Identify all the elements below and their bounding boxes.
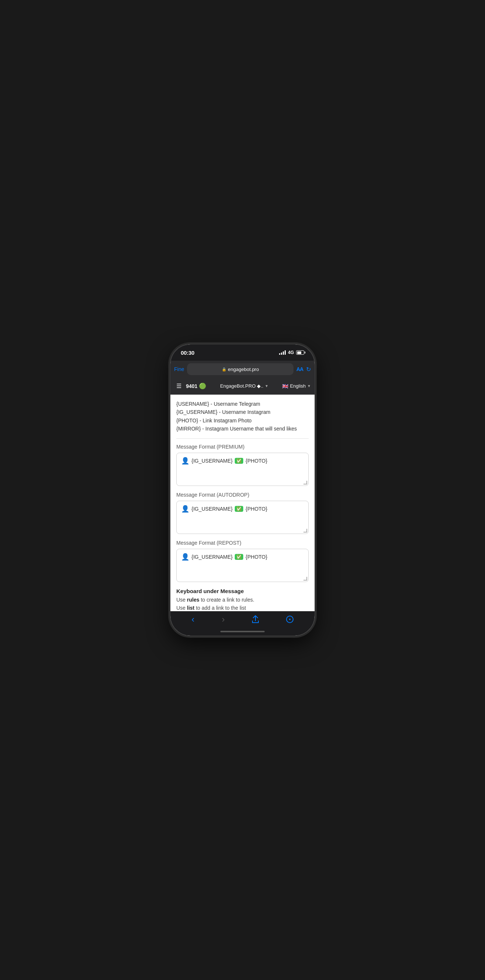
repost-checkmark-tag: ✅ (235, 554, 243, 560)
var-ig-username: {IG_USERNAME} - Username Instagram (176, 408, 309, 416)
person-icon-premium: 👤 (181, 457, 189, 465)
svg-point-1 (289, 619, 290, 620)
content-area: {USERNAME} - Username Telegram {IG_USERN… (171, 395, 314, 611)
premium-photo-tag: {PHOTO} (246, 458, 267, 464)
browser-url: engagebot.pro (228, 367, 259, 372)
battery (296, 350, 304, 355)
autodrop-label: Message Format (AUTODROP) (176, 492, 309, 498)
share-button[interactable] (248, 613, 263, 625)
brand-text: EngageBot.PRO ◆.. (220, 383, 263, 389)
person-icon-autodrop: 👤 (181, 505, 189, 513)
nav-coins: 9401 🟢 (186, 382, 206, 390)
premium-textarea-inner: 👤 {IG_USERNAME} ✅ {PHOTO} (181, 457, 267, 465)
flag-icon: 🇬🇧 (282, 383, 288, 389)
premium-ig-username-tag: {IG_USERNAME} (191, 458, 233, 464)
notch (220, 344, 265, 355)
section-divider (176, 438, 309, 439)
message-format-autodrop-section: Message Format (AUTODROP) 👤 {IG_USERNAME… (176, 492, 309, 534)
repost-ig-username-tag: {IG_USERNAME} (191, 554, 233, 560)
network-badge: 4G (288, 350, 294, 355)
autodrop-checkmark-tag: ✅ (235, 506, 243, 512)
list-bold: list (187, 605, 195, 611)
phone-screen: 00:30 4G Fine 🔒 engagebot.pro (171, 344, 314, 636)
lock-icon: 🔒 (222, 368, 226, 371)
autodrop-textarea[interactable]: 👤 {IG_USERNAME} ✅ {PHOTO} (176, 501, 309, 534)
repost-resize-handle[interactable] (303, 577, 307, 581)
status-time: 00:30 (181, 350, 195, 356)
repost-textarea[interactable]: 👤 {IG_USERNAME} ✅ {PHOTO} (176, 549, 309, 582)
signal-bar-1 (279, 353, 280, 355)
autodrop-resize-handle[interactable] (303, 529, 307, 533)
person-icon-repost: 👤 (181, 553, 189, 561)
signal-bar-4 (285, 350, 286, 355)
repost-textarea-inner: 👤 {IG_USERNAME} ✅ {PHOTO} (181, 553, 267, 561)
hamburger-menu-button[interactable]: ☰ (174, 381, 184, 391)
status-right: 4G (279, 350, 304, 355)
var-mirror: {MIRROR} - Instagram Username that will … (176, 425, 309, 433)
autodrop-textarea-inner: 👤 {IG_USERNAME} ✅ {PHOTO} (181, 505, 267, 513)
autodrop-ig-username-tag: {IG_USERNAME} (191, 506, 233, 512)
home-indicator (171, 627, 314, 636)
browser-bar: Fine 🔒 engagebot.pro AA ↻ (171, 361, 314, 378)
coin-icon: 🟢 (199, 382, 206, 390)
home-bar (220, 631, 265, 632)
message-format-premium-section: Message Format (PREMIUM) 👤 {IG_USERNAME}… (176, 444, 309, 486)
bottom-toolbar: ‹ › (171, 611, 314, 627)
var-username: {USERNAME} - Username Telegram (176, 400, 309, 408)
battery-fill (297, 352, 302, 354)
brand-chevron-icon: ▼ (265, 384, 268, 388)
variables-description: {USERNAME} - Username Telegram {IG_USERN… (176, 400, 309, 433)
repost-photo-tag: {PHOTO} (246, 554, 267, 560)
keyboard-section: Keyboard under Message Use rules to crea… (176, 588, 309, 611)
keyboard-line2: Use list to add a link to the list (176, 604, 309, 611)
keyboard-description: Use rules to create a link to rules. Use… (176, 596, 309, 611)
repost-label: Message Format (REPOST) (176, 540, 309, 546)
premium-textarea[interactable]: 👤 {IG_USERNAME} ✅ {PHOTO} (176, 453, 309, 486)
message-format-repost-section: Message Format (REPOST) 👤 {IG_USERNAME} … (176, 540, 309, 582)
nav-language[interactable]: 🇬🇧 English ▼ (282, 383, 311, 389)
language-chevron-icon: ▼ (307, 384, 311, 388)
compass-button[interactable] (282, 613, 298, 625)
premium-resize-handle[interactable] (303, 481, 307, 484)
coins-count: 9401 (186, 383, 198, 389)
autodrop-photo-tag: {PHOTO} (246, 506, 267, 512)
rules-bold: rules (187, 597, 199, 603)
premium-checkmark-tag: ✅ (235, 458, 243, 464)
browser-refresh-button[interactable]: ↻ (306, 366, 311, 373)
signal-bars (279, 350, 286, 355)
keyboard-line1: Use rules to create a link to rules. (176, 596, 309, 604)
browser-aa-button[interactable]: AA (297, 366, 303, 372)
var-photo: {PHOTO} - Link Instagram Photo (176, 417, 309, 425)
nav-brand[interactable]: EngageBot.PRO ◆.. ▼ (209, 383, 280, 389)
signal-bar-2 (281, 353, 282, 355)
premium-label: Message Format (PREMIUM) (176, 444, 309, 450)
language-label: English (290, 383, 306, 389)
phone-frame: 00:30 4G Fine 🔒 engagebot.pro (171, 344, 314, 636)
forward-button[interactable]: › (217, 612, 229, 627)
keyboard-title: Keyboard under Message (176, 588, 309, 594)
browser-back-label[interactable]: Fine (174, 366, 184, 372)
browser-url-bar[interactable]: 🔒 engagebot.pro (187, 363, 294, 375)
back-button[interactable]: ‹ (187, 612, 199, 627)
signal-bar-3 (283, 352, 284, 355)
nav-bar: ☰ 9401 🟢 EngageBot.PRO ◆.. ▼ 🇬🇧 English … (171, 378, 314, 395)
